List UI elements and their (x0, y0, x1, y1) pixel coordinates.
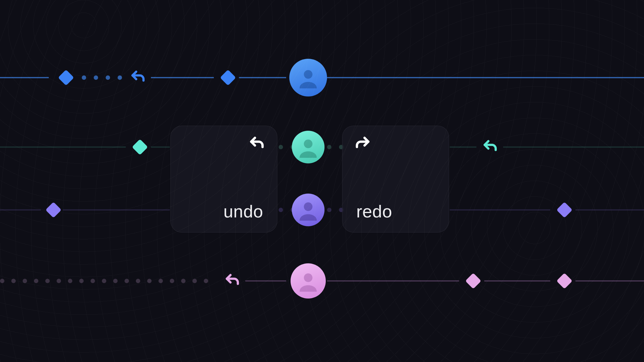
diamond-marker (58, 70, 74, 86)
diamond-marker (220, 70, 236, 86)
redo-label: redo (356, 201, 392, 222)
svg-point-3 (304, 273, 312, 282)
user-avatar-purple (292, 194, 325, 226)
diamond-marker (132, 139, 148, 155)
diamond-marker (557, 202, 573, 218)
dotted-segment (82, 75, 123, 80)
user-avatar-teal (292, 131, 325, 163)
diamond-marker (557, 273, 573, 289)
undo-label: undo (223, 201, 263, 222)
redo-card[interactable]: redo (342, 126, 449, 233)
diamond-marker (46, 202, 62, 218)
dotted-segment (0, 279, 214, 283)
undo-icon (482, 138, 499, 156)
undo-icon (130, 69, 147, 86)
user-avatar-pink (291, 263, 326, 299)
undo-card[interactable]: undo (170, 126, 277, 233)
svg-point-1 (304, 140, 312, 148)
redo-icon (353, 135, 371, 154)
diamond-marker (465, 273, 481, 289)
user-avatar-blue (289, 59, 327, 96)
svg-point-2 (304, 202, 312, 211)
svg-point-0 (304, 70, 312, 79)
undo-icon (224, 272, 242, 290)
undo-icon (248, 135, 266, 154)
